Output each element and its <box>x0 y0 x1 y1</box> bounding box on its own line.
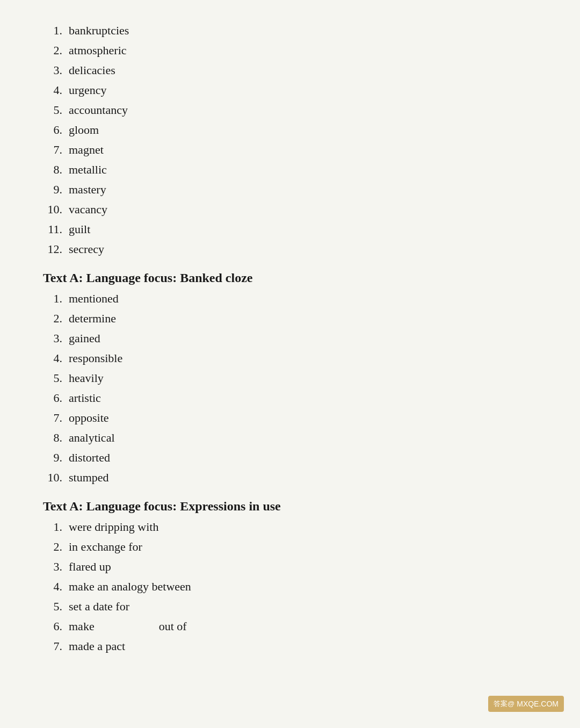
item-word: analytical <box>69 429 115 446</box>
section-a-list: 1.mentioned2.determine3.gained4.responsi… <box>43 290 537 486</box>
item-word: distorted <box>69 449 110 466</box>
item-word: secrecy <box>69 240 104 258</box>
item-word: make out of <box>69 617 187 635</box>
item-number: 5. <box>43 101 69 119</box>
watermark-text: MXQE.COM <box>517 700 559 708</box>
watermark-icon: 答案@ <box>494 699 514 709</box>
item-word: delicacies <box>69 61 115 79</box>
item-word: guilt <box>69 220 90 238</box>
list-item: 9.mastery <box>43 181 537 198</box>
list-item: 2.atmospheric <box>43 41 537 59</box>
list-item: 10.stumped <box>43 468 537 486</box>
item-number: 8. <box>43 161 69 178</box>
item-word: atmospheric <box>69 41 127 59</box>
intro-list: 1.bankruptcies2.atmospheric3.delicacies4… <box>43 21 537 258</box>
item-word: magnet <box>69 141 104 158</box>
item-word: urgency <box>69 81 106 99</box>
item-number: 4. <box>43 578 69 595</box>
item-number: 8. <box>43 429 69 446</box>
item-number: 4. <box>43 349 69 367</box>
list-item: 5.heavily <box>43 369 537 387</box>
watermark-badge: 答案@ MXQE.COM <box>488 696 564 712</box>
item-number: 9. <box>43 181 69 198</box>
list-item: 2.in exchange for <box>43 538 537 556</box>
list-item: 8.metallic <box>43 161 537 178</box>
list-item: 1.were dripping with <box>43 518 537 536</box>
list-item: 1.mentioned <box>43 290 537 307</box>
intro-section: 1.bankruptcies2.atmospheric3.delicacies4… <box>43 21 537 258</box>
item-number: 6. <box>43 617 69 635</box>
item-word: bankruptcies <box>69 21 129 39</box>
item-word: accountancy <box>69 101 128 119</box>
list-item: 6.artistic <box>43 389 537 407</box>
item-number: 11. <box>43 220 69 238</box>
item-number: 12. <box>43 240 69 258</box>
list-item: 10.vacancy <box>43 200 537 218</box>
item-word: gained <box>69 329 100 347</box>
item-word: determine <box>69 309 116 327</box>
item-word: make an analogy between <box>69 578 191 595</box>
item-word: metallic <box>69 161 107 178</box>
item-word: heavily <box>69 369 104 387</box>
list-item: 4.make an analogy between <box>43 578 537 595</box>
item-number: 7. <box>43 637 69 655</box>
section-b: Text A: Language focus: Expressions in u… <box>43 499 537 655</box>
item-number: 7. <box>43 141 69 158</box>
list-item: 6.gloom <box>43 121 537 139</box>
item-number: 7. <box>43 409 69 427</box>
item-word: set a date for <box>69 597 129 615</box>
item-number: 10. <box>43 200 69 218</box>
section-a: Text A: Language focus: Banked cloze 1.m… <box>43 271 537 486</box>
list-item: 4.urgency <box>43 81 537 99</box>
item-word: vacancy <box>69 200 107 218</box>
item-number: 3. <box>43 61 69 79</box>
item-word: gloom <box>69 121 99 139</box>
item-number: 3. <box>43 329 69 347</box>
item-number: 1. <box>43 21 69 39</box>
item-word: flared up <box>69 558 111 575</box>
section-b-title: Text A: Language focus: Expressions in u… <box>43 499 537 514</box>
item-word: opposite <box>69 409 109 427</box>
item-word: responsible <box>69 349 122 367</box>
item-number: 1. <box>43 290 69 307</box>
item-number: 2. <box>43 538 69 556</box>
section-b-list: 1.were dripping with2.in exchange for3.f… <box>43 518 537 655</box>
list-item: 3.flared up <box>43 558 537 575</box>
list-item: 7.made a pact <box>43 637 537 655</box>
item-number: 6. <box>43 389 69 407</box>
item-number: 6. <box>43 121 69 139</box>
list-item: 7.magnet <box>43 141 537 158</box>
item-word: mentioned <box>69 290 119 307</box>
list-item: 5.accountancy <box>43 101 537 119</box>
item-word: mastery <box>69 181 106 198</box>
item-word: stumped <box>69 468 109 486</box>
list-item: 11.guilt <box>43 220 537 238</box>
item-number: 1. <box>43 518 69 536</box>
item-word: made a pact <box>69 637 125 655</box>
list-item: 5.set a date for <box>43 597 537 615</box>
list-item: 8.analytical <box>43 429 537 446</box>
list-item: 12.secrecy <box>43 240 537 258</box>
item-number: 3. <box>43 558 69 575</box>
list-item: 1.bankruptcies <box>43 21 537 39</box>
list-item: 7.opposite <box>43 409 537 427</box>
item-word: were dripping with <box>69 518 158 536</box>
list-item: 9.distorted <box>43 449 537 466</box>
word-gap <box>95 617 159 635</box>
item-number: 4. <box>43 81 69 99</box>
item-word: artistic <box>69 389 101 407</box>
list-item: 6.make out of <box>43 617 537 635</box>
item-number: 2. <box>43 41 69 59</box>
item-number: 9. <box>43 449 69 466</box>
item-word: in exchange for <box>69 538 142 556</box>
list-item: 2.determine <box>43 309 537 327</box>
item-number: 2. <box>43 309 69 327</box>
item-number: 5. <box>43 369 69 387</box>
list-item: 3.gained <box>43 329 537 347</box>
item-number: 10. <box>43 468 69 486</box>
list-item: 3.delicacies <box>43 61 537 79</box>
list-item: 4.responsible <box>43 349 537 367</box>
item-number: 5. <box>43 597 69 615</box>
section-a-title: Text A: Language focus: Banked cloze <box>43 271 537 285</box>
